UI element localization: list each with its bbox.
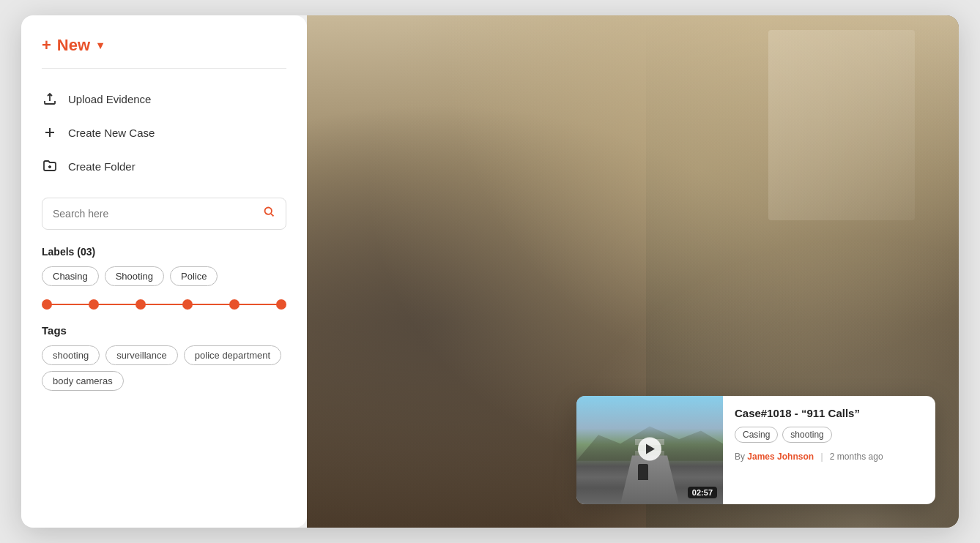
right-panel: 02:57 Case#1018 - “911 Calls” Casing sho… bbox=[307, 15, 959, 528]
labels-section-title: Labels (03) bbox=[42, 246, 286, 258]
app-container: + New ▾ Upload Evidence bbox=[21, 15, 959, 528]
svg-point-0 bbox=[265, 208, 272, 214]
upload-evidence-label: Upload Evidence bbox=[68, 93, 151, 105]
search-button[interactable] bbox=[263, 206, 275, 222]
tag-chip-surveillance[interactable]: surveillance bbox=[105, 345, 178, 365]
video-card: 02:57 Case#1018 - “911 Calls” Casing sho… bbox=[576, 396, 935, 504]
video-meta: By James Johnson | 2 months ago bbox=[735, 452, 924, 462]
video-tag-casing[interactable]: Casing bbox=[735, 427, 778, 443]
create-folder-icon bbox=[42, 158, 58, 174]
tags-section-title: Tags bbox=[42, 324, 286, 337]
tag-chip-shooting[interactable]: shooting bbox=[42, 345, 100, 365]
label-chip-chasing[interactable]: Chasing bbox=[42, 266, 99, 286]
upload-evidence-item[interactable]: Upload Evidence bbox=[42, 82, 286, 116]
tag-chip-police-department[interactable]: police department bbox=[184, 345, 281, 365]
create-folder-item[interactable]: Create Folder bbox=[42, 149, 286, 183]
labels-row: Chasing Shooting Police bbox=[42, 266, 286, 286]
create-folder-label: Create Folder bbox=[68, 160, 136, 173]
dot-3[interactable] bbox=[136, 299, 146, 310]
dots-row bbox=[42, 299, 286, 310]
chevron-down-icon: ▾ bbox=[97, 39, 103, 52]
label-chip-police[interactable]: Police bbox=[170, 266, 218, 286]
dot-1[interactable] bbox=[42, 299, 52, 310]
dot-6[interactable] bbox=[276, 299, 286, 310]
dots-line bbox=[48, 304, 281, 305]
label-chip-shooting[interactable]: Shooting bbox=[105, 266, 164, 286]
by-label: By bbox=[735, 452, 747, 462]
upload-icon bbox=[42, 91, 58, 107]
video-author[interactable]: James Johnson bbox=[747, 452, 814, 462]
dot-2[interactable] bbox=[89, 299, 99, 310]
create-case-icon bbox=[42, 124, 58, 141]
plus-icon: + bbox=[42, 36, 51, 55]
search-input[interactable] bbox=[53, 208, 257, 220]
divider bbox=[42, 68, 286, 69]
new-button[interactable]: + New ▾ bbox=[42, 36, 286, 55]
new-button-label: New bbox=[57, 36, 90, 55]
play-triangle-icon bbox=[646, 443, 655, 454]
meta-separator: | bbox=[820, 452, 823, 462]
video-tags: Casing shooting bbox=[735, 427, 924, 443]
video-thumbnail[interactable]: 02:57 bbox=[576, 396, 723, 504]
tags-row: shooting surveillance police department … bbox=[42, 345, 286, 391]
create-new-case-label: Create New Case bbox=[68, 127, 155, 139]
video-tag-shooting[interactable]: shooting bbox=[782, 427, 831, 443]
video-duration: 02:57 bbox=[688, 487, 717, 498]
tag-chip-body-cameras[interactable]: body cameras bbox=[42, 371, 124, 391]
dot-4[interactable] bbox=[182, 299, 193, 310]
left-panel: + New ▾ Upload Evidence bbox=[21, 15, 307, 528]
video-time-ago: 2 months ago bbox=[830, 452, 883, 462]
search-bar bbox=[42, 198, 286, 230]
video-info: Case#1018 - “911 Calls” Casing shooting … bbox=[723, 396, 935, 504]
action-list: Upload Evidence Create New Case Cre bbox=[42, 82, 286, 183]
play-button[interactable] bbox=[638, 437, 661, 460]
dot-5[interactable] bbox=[229, 299, 240, 310]
create-new-case-item[interactable]: Create New Case bbox=[42, 116, 286, 149]
video-title: Case#1018 - “911 Calls” bbox=[735, 406, 924, 421]
